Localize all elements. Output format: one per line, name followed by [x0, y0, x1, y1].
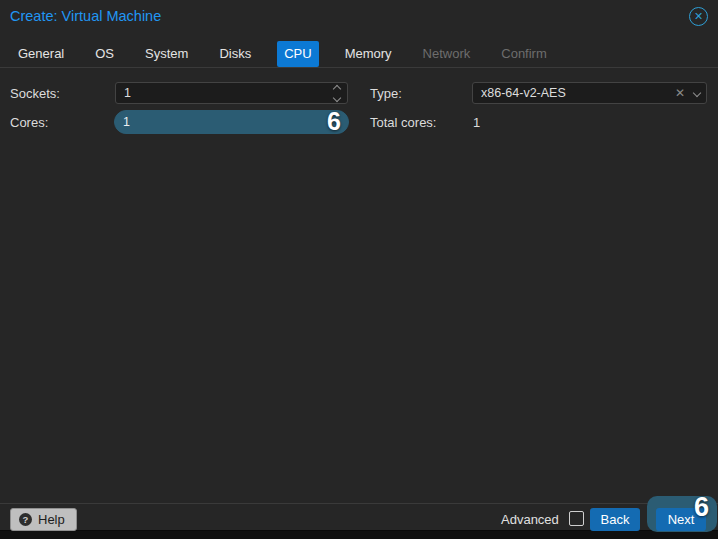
sockets-spinner[interactable]	[334, 83, 340, 103]
help-button-label: Help	[38, 512, 65, 527]
som-mark-next: 6	[694, 492, 709, 523]
tab-os[interactable]: OS	[90, 41, 119, 67]
advanced-checkbox[interactable]	[569, 511, 584, 526]
som-mark-cores: 6	[327, 107, 341, 136]
screen: Create: Virtual Machine ✕ General OS Sys…	[0, 0, 718, 539]
cpu-type-input[interactable]	[473, 83, 706, 103]
combo-tools: ✕	[675, 83, 700, 103]
cpu-type-combo: ✕	[472, 82, 707, 104]
help-button[interactable]: ? Help	[10, 508, 77, 531]
tab-divider	[0, 67, 718, 68]
cpu-type-label: Type:	[370, 86, 402, 101]
advanced-label: Advanced	[501, 512, 559, 527]
tab-memory[interactable]: Memory	[340, 41, 397, 67]
tab-system[interactable]: System	[140, 41, 193, 67]
spinner-up-icon[interactable]	[333, 84, 341, 92]
create-vm-dialog: Create: Virtual Machine ✕ General OS Sys…	[0, 0, 718, 531]
sockets-label: Sockets:	[10, 86, 60, 101]
sockets-field	[115, 82, 348, 104]
help-question-icon: ?	[19, 513, 32, 526]
tab-network: Network	[418, 41, 476, 67]
dialog-title: Create: Virtual Machine	[10, 8, 161, 24]
dialog-header: Create: Virtual Machine ✕	[0, 0, 718, 34]
total-cores-value: 1	[473, 115, 480, 130]
cores-field-highlighted: 6	[114, 110, 349, 134]
close-button[interactable]: ✕	[689, 7, 708, 26]
clear-icon[interactable]: ✕	[675, 87, 685, 99]
tab-disks[interactable]: Disks	[214, 41, 256, 67]
cores-input[interactable]	[115, 111, 348, 133]
total-cores-label: Total cores:	[370, 115, 436, 130]
sockets-input[interactable]	[116, 83, 347, 103]
cores-label: Cores:	[10, 115, 48, 130]
footer-divider	[0, 503, 718, 504]
back-button[interactable]: Back	[590, 508, 640, 531]
close-icon: ✕	[694, 11, 703, 22]
tab-cpu[interactable]: CPU	[277, 41, 318, 67]
spinner-down-icon[interactable]	[333, 93, 341, 101]
wizard-tab-bar: General OS System Disks CPU Memory Netwo…	[13, 40, 573, 67]
tab-general[interactable]: General	[13, 41, 69, 67]
tab-confirm: Confirm	[496, 41, 552, 67]
chevron-down-icon[interactable]	[693, 89, 701, 97]
